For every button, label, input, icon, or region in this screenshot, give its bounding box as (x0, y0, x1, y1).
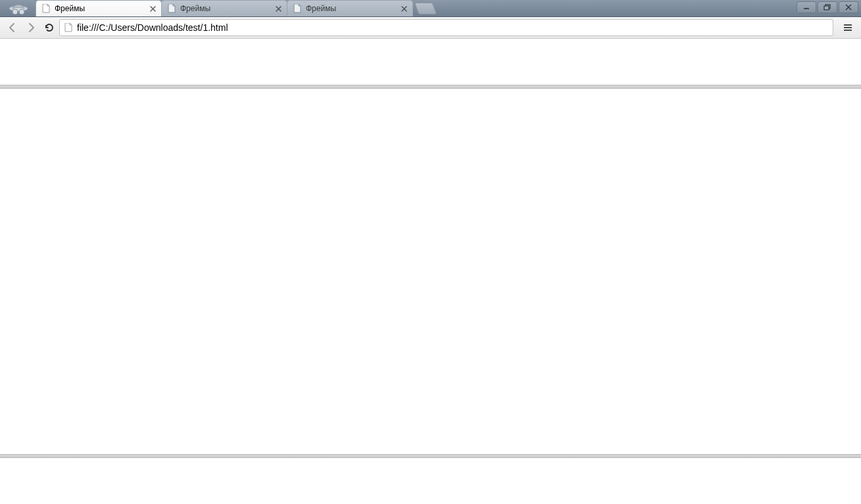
file-icon (167, 4, 176, 13)
back-button[interactable] (4, 19, 21, 36)
tab-strip: Фреймы Фреймы Фреймы (0, 0, 861, 17)
tab-close-button[interactable] (399, 4, 408, 13)
toolbar (0, 17, 861, 39)
reload-button[interactable] (41, 19, 58, 36)
incognito-icon (5, 2, 32, 16)
tab-title: Фреймы (180, 4, 270, 13)
svg-point-1 (12, 9, 18, 14)
browser-tab-0[interactable]: Фреймы (36, 0, 162, 16)
tab-close-button[interactable] (148, 4, 157, 13)
new-tab-button[interactable] (414, 3, 437, 14)
frame-middle[interactable] (0, 89, 861, 454)
tab-title: Фреймы (306, 4, 395, 13)
file-icon (41, 4, 51, 13)
browser-tab-2[interactable]: Фреймы (287, 0, 413, 16)
svg-point-2 (19, 9, 24, 14)
frame-bottom[interactable] (0, 458, 861, 504)
tab-title: Фреймы (55, 4, 144, 13)
file-icon (293, 4, 302, 13)
window-close-button[interactable] (839, 1, 858, 13)
window-maximize-button[interactable] (818, 1, 837, 13)
address-bar[interactable] (59, 19, 833, 36)
menu-button[interactable] (839, 19, 857, 36)
forward-button[interactable] (22, 19, 39, 36)
tab-close-button[interactable] (274, 4, 283, 13)
svg-rect-6 (824, 6, 829, 10)
window-minimize-button[interactable] (797, 1, 816, 13)
frame-top[interactable] (0, 39, 861, 85)
page-content (0, 39, 861, 504)
window-controls (795, 1, 858, 13)
file-icon (64, 23, 73, 32)
address-input[interactable] (77, 22, 829, 33)
browser-tab-1[interactable]: Фреймы (161, 0, 287, 16)
